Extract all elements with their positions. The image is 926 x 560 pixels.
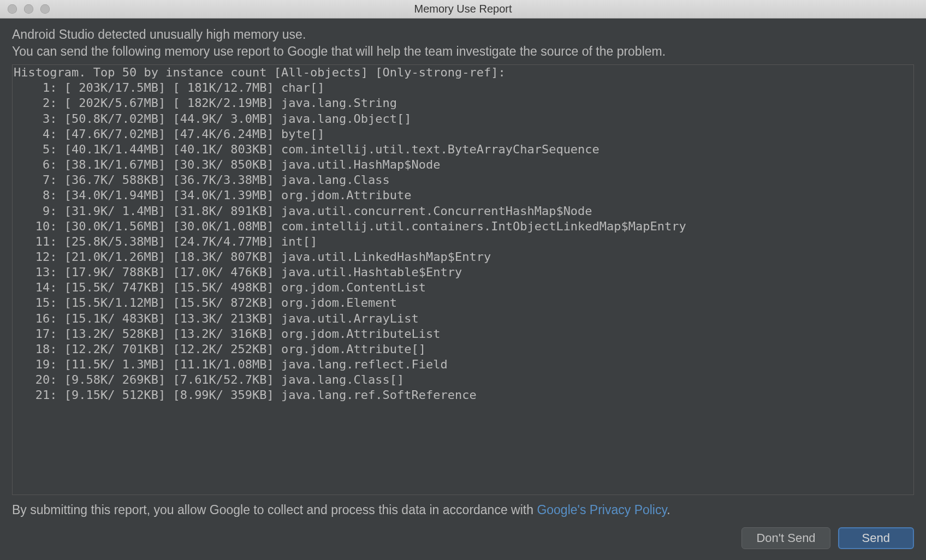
intro-text: Android Studio detected unusually high m… (12, 26, 914, 60)
dialog-content: Android Studio detected unusually high m… (0, 19, 926, 560)
privacy-policy-link[interactable]: Google's Privacy Policy (537, 503, 667, 517)
minimize-window-icon[interactable] (24, 4, 33, 14)
traffic-lights (0, 4, 50, 14)
dialog-button-row: Don't Send Send (12, 527, 914, 560)
intro-line-1: Android Studio detected unusually high m… (12, 27, 306, 41)
consent-suffix: . (667, 503, 670, 517)
intro-line-2: You can send the following memory use re… (12, 44, 666, 58)
histogram-report-textarea[interactable]: Histogram. Top 50 by instance count [All… (12, 64, 914, 495)
maximize-window-icon[interactable] (40, 4, 50, 14)
window-title: Memory Use Report (0, 3, 926, 15)
consent-text: By submitting this report, you allow Goo… (12, 495, 914, 527)
dont-send-button[interactable]: Don't Send (741, 527, 830, 549)
close-window-icon[interactable] (8, 4, 17, 14)
consent-prefix: By submitting this report, you allow Goo… (12, 503, 537, 517)
window-titlebar: Memory Use Report (0, 0, 926, 19)
send-button[interactable]: Send (838, 527, 914, 549)
